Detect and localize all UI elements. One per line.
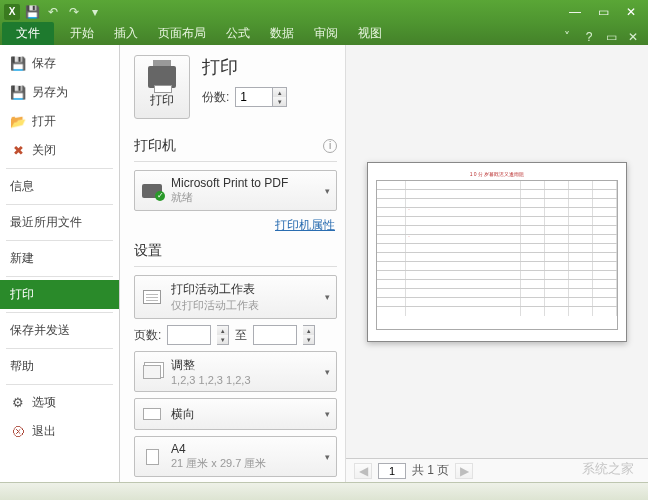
app-icon: X [4, 4, 20, 20]
sheet-icon [143, 290, 161, 304]
maximize-button[interactable]: ▭ [590, 3, 616, 21]
spin-down-icon[interactable]: ▼ [217, 335, 228, 344]
spin-up-icon[interactable]: ▲ [217, 326, 228, 335]
nav-label: 选项 [32, 394, 56, 411]
nav-label: 新建 [10, 250, 34, 267]
tab-review[interactable]: 审阅 [304, 22, 348, 45]
print-what-sub: 仅打印活动工作表 [171, 298, 330, 313]
nav-label: 打印 [10, 286, 34, 303]
print-what-dropdown[interactable]: 打印活动工作表 仅打印活动工作表 [134, 275, 337, 319]
orientation-title: 横向 [171, 406, 330, 423]
print-button-label: 打印 [150, 92, 174, 109]
ribbon-tabs: 文件 开始 插入 页面布局 公式 数据 审阅 视图 ˅ ? ▭ ✕ [0, 23, 648, 45]
collate-dropdown[interactable]: 调整 1,2,3 1,2,3 1,2,3 [134, 351, 337, 392]
qat-customize-icon[interactable]: ▾ [86, 3, 104, 21]
page-preview: 1 0 分 岁暮既迟又逢雨阻 ·· ·· [367, 162, 627, 342]
nav-label: 退出 [32, 423, 56, 440]
qat-redo-icon[interactable]: ↷ [65, 3, 83, 21]
nav-info[interactable]: 信息 [0, 172, 119, 201]
pages-to-label: 至 [235, 327, 247, 344]
mdi-close-icon[interactable]: ✕ [624, 29, 642, 45]
copies-input[interactable] [236, 88, 272, 106]
collate-title: 调整 [171, 357, 330, 374]
nav-options[interactable]: ⚙选项 [0, 388, 119, 417]
paper-icon [146, 449, 159, 465]
nav-label: 最近所用文件 [10, 214, 82, 231]
help-icon[interactable]: ? [580, 29, 598, 45]
spin-up-icon[interactable]: ▲ [303, 326, 314, 335]
nav-save-as[interactable]: 💾另存为 [0, 78, 119, 107]
preview-doc-title: 1 0 分 岁暮既迟又逢雨阻 [376, 171, 618, 177]
printer-status: 就绪 [171, 190, 330, 205]
page-to-input[interactable] [253, 325, 297, 345]
nav-help[interactable]: 帮助 [0, 352, 119, 381]
page-of-label: 共 1 页 [412, 462, 449, 479]
nav-label: 打开 [32, 113, 56, 130]
nav-open[interactable]: 📂打开 [0, 107, 119, 136]
paper-dropdown[interactable]: A4 21 厘米 x 29.7 厘米 [134, 436, 337, 477]
qat-undo-icon[interactable]: ↶ [44, 3, 62, 21]
pages-label: 页数: [134, 327, 161, 344]
page-from-input[interactable] [167, 325, 211, 345]
mdi-minimize-icon[interactable]: ▭ [602, 29, 620, 45]
nav-close[interactable]: ✖关闭 [0, 136, 119, 165]
close-file-icon: ✖ [10, 143, 26, 159]
nav-label: 帮助 [10, 358, 34, 375]
print-button[interactable]: 打印 [134, 55, 190, 119]
exit-icon: ⮾ [10, 424, 26, 440]
qat-save-icon[interactable]: 💾 [23, 3, 41, 21]
save-icon: 💾 [10, 56, 26, 72]
ribbon-minimize-icon[interactable]: ˅ [558, 29, 576, 45]
tab-insert[interactable]: 插入 [104, 22, 148, 45]
backstage-nav: 💾保存 💾另存为 📂打开 ✖关闭 信息 最近所用文件 新建 打印 保存并发送 帮… [0, 45, 120, 482]
printer-properties-link[interactable]: 打印机属性 [275, 218, 335, 232]
next-page-button[interactable]: ▶ [455, 463, 473, 479]
printer-section-label: 打印机 [134, 137, 176, 155]
tab-layout[interactable]: 页面布局 [148, 22, 216, 45]
tab-data[interactable]: 数据 [260, 22, 304, 45]
watermark: 系统之家 [582, 460, 634, 478]
printer-name: Microsoft Print to PDF [171, 176, 330, 190]
info-icon[interactable]: i [323, 139, 337, 153]
close-button[interactable]: ✕ [618, 3, 644, 21]
spin-down-icon[interactable]: ▼ [303, 335, 314, 344]
nav-label: 关闭 [32, 142, 56, 159]
tab-home[interactable]: 开始 [60, 22, 104, 45]
nav-save[interactable]: 💾保存 [0, 49, 119, 78]
open-icon: 📂 [10, 114, 26, 130]
print-preview-panel: 1 0 分 岁暮既迟又逢雨阻 ·· ·· [345, 45, 648, 482]
tab-view[interactable]: 视图 [348, 22, 392, 45]
copies-spinner[interactable]: ▲▼ [235, 87, 287, 107]
printer-dropdown[interactable]: Microsoft Print to PDF 就绪 [134, 170, 337, 211]
prev-page-button[interactable]: ◀ [354, 463, 372, 479]
nav-label: 保存并发送 [10, 322, 70, 339]
spin-up-icon[interactable]: ▲ [273, 88, 286, 97]
save-as-icon: 💾 [10, 85, 26, 101]
print-title: 打印 [202, 55, 337, 79]
nav-save-send[interactable]: 保存并发送 [0, 316, 119, 345]
print-settings-panel: 打印 打印 份数: ▲▼ 打印机i [120, 45, 345, 482]
backstage: 💾保存 💾另存为 📂打开 ✖关闭 信息 最近所用文件 新建 打印 保存并发送 帮… [0, 45, 648, 482]
paper-title: A4 [171, 442, 330, 456]
nav-recent[interactable]: 最近所用文件 [0, 208, 119, 237]
collate-icon [143, 365, 161, 379]
minimize-button[interactable]: — [562, 3, 588, 21]
nav-label: 信息 [10, 178, 34, 195]
title-bar: X 💾 ↶ ↷ ▾ — ▭ ✕ [0, 0, 648, 23]
nav-exit[interactable]: ⮾退出 [0, 417, 119, 446]
printer-icon [148, 66, 176, 88]
paper-sub: 21 厘米 x 29.7 厘米 [171, 456, 330, 471]
nav-new[interactable]: 新建 [0, 244, 119, 273]
nav-print[interactable]: 打印 [0, 280, 119, 309]
orientation-dropdown[interactable]: 横向 [134, 398, 337, 430]
copies-label: 份数: [202, 89, 229, 106]
options-icon: ⚙ [10, 395, 26, 411]
file-tab[interactable]: 文件 [2, 22, 54, 45]
settings-section-label: 设置 [134, 242, 162, 260]
orientation-icon [143, 408, 161, 420]
tab-formulas[interactable]: 公式 [216, 22, 260, 45]
spin-down-icon[interactable]: ▼ [273, 97, 286, 106]
nav-label: 保存 [32, 55, 56, 72]
print-what-title: 打印活动工作表 [171, 281, 330, 298]
current-page-input[interactable] [378, 463, 406, 479]
